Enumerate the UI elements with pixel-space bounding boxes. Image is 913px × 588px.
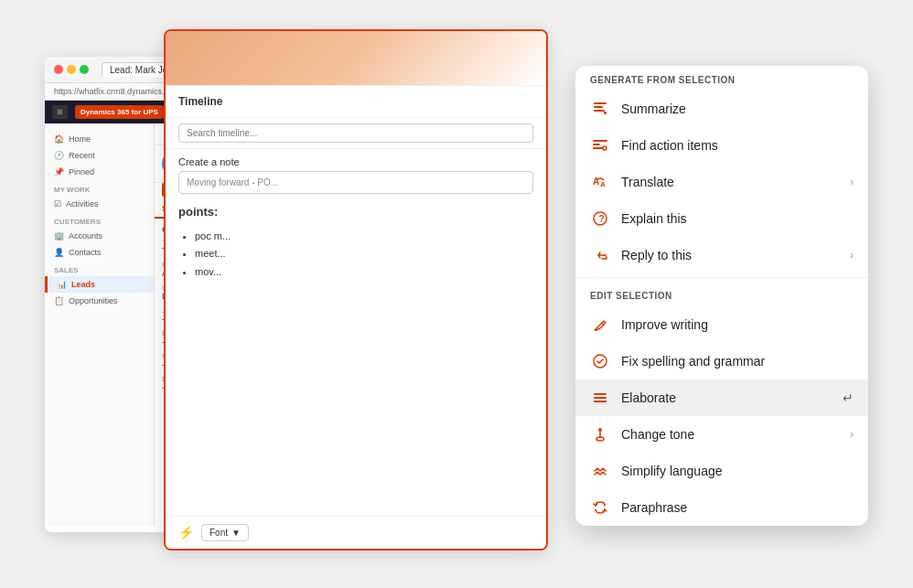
home-icon: 🏠 [54,134,64,144]
activities-icon: ☑ [54,199,61,208]
sidebar-item-accounts[interactable]: 🏢 Accounts [45,228,154,244]
copilot-item-reply-to-this[interactable]: Reply to this › [575,237,868,273]
font-dropdown-arrow: ▼ [231,528,241,538]
svg-rect-13 [594,393,607,395]
font-label: Font [209,528,228,538]
copilot-item-summarize[interactable]: Summarize [575,91,868,127]
copilot-item-fix-spelling[interactable]: Fix spelling and grammar [575,343,868,380]
copilot-item-change-tone[interactable]: Change tone › [575,416,868,453]
explain-this-label: Explain this [621,211,854,226]
svg-text:A: A [600,180,606,188]
simplify-label: Simplify language [621,464,854,478]
summarize-label: Summarize [621,102,854,116]
copilot-panel: GENERATE FROM SELECTION Summarize [575,66,868,526]
svg-rect-6 [593,147,604,149]
change-tone-arrow-icon: › [850,428,854,441]
reply-to-this-icon [590,245,610,265]
font-dropdown[interactable]: Font ▼ [201,524,249,541]
svg-rect-0 [594,102,607,104]
sidebar-item-leads[interactable]: 📊 Leads [45,276,154,293]
leads-icon: 📊 [57,280,67,289]
section-divider [575,277,868,278]
sidebar-item-pinned[interactable]: 📌 Pinned [45,164,154,180]
svg-point-7 [603,146,607,150]
doc-content: points: poc m... meet... mov... [166,194,546,293]
svg-rect-15 [594,401,607,402]
svg-text:?: ? [599,214,605,224]
opportunities-label: Opportunities [69,296,118,305]
doc-panel-top [166,31,546,86]
crm-logo: Dynamics 365 for UPS [75,105,164,119]
svg-rect-14 [594,397,607,399]
find-action-items-label: Find action items [621,138,854,153]
elaborate-label: Elaborate [621,390,832,405]
translate-arrow-icon: › [850,176,854,188]
generate-section-header: GENERATE FROM SELECTION [575,66,868,91]
fix-spelling-label: Fix spelling and grammar [621,354,854,369]
crm-sidebar: 🏠 Home 🕐 Recent 📌 Pinned My Work ☑ Activ… [45,123,155,526]
doc-header: Timeline [166,86,546,118]
pinned-icon: 📌 [54,167,64,176]
svg-rect-3 [604,112,607,114]
svg-rect-5 [593,144,600,145]
copilot-item-improve-writing[interactable]: Improve writing [575,306,868,343]
fix-spelling-icon [590,351,610,371]
timeline-search[interactable] [178,123,533,143]
sidebar-item-recent[interactable]: 🕐 Recent [45,147,154,164]
paraphrase-label: Paraphrase [621,500,854,515]
explain-this-icon: ? [590,208,610,229]
svg-rect-2 [594,110,605,112]
my-work-section: My Work [45,180,154,196]
note-input[interactable]: Moving forward - PO... [178,171,533,194]
sidebar-item-activities[interactable]: ☑ Activities [45,196,154,212]
change-tone-label: Change tone [621,427,839,442]
copilot-item-simplify[interactable]: Simplify language [575,453,868,489]
edit-section-header: EDIT SELECTION [575,282,868,306]
close-button[interactable] [54,65,63,74]
home-label: Home [69,134,91,144]
doc-title: points: [178,205,533,219]
doc-search-area [166,118,546,149]
recent-label: Recent [69,151,95,160]
minimize-button[interactable] [67,65,76,74]
improve-writing-icon [590,315,610,335]
doc-toolbar: ⚡ Font ▼ [166,516,546,549]
sidebar-item-home[interactable]: 🏠 Home [45,131,154,147]
svg-point-17 [598,428,602,432]
translate-icon: A A [590,172,610,192]
leads-label: Leads [71,280,95,289]
list-item: poc m... [195,228,533,246]
paraphrase-icon [590,497,610,518]
sales-section: Sales [45,261,154,276]
copilot-item-elaborate[interactable]: Elaborate ↵ [575,380,868,416]
copilot-item-explain-this[interactable]: ? Explain this [575,200,868,237]
create-note-label: Create a note [166,149,546,171]
activities-label: Activities [66,199,99,208]
reply-to-this-label: Reply to this [621,248,839,262]
accounts-icon: 🏢 [54,231,64,241]
simplify-icon [590,461,610,481]
elaborate-icon [590,388,610,408]
copilot-item-find-action-items[interactable]: Find action items [575,127,868,164]
return-icon: ↵ [843,390,854,405]
customers-section: Customers [45,212,154,228]
contacts-icon: 👤 [54,248,64,257]
translate-label: Translate [621,175,839,189]
accounts-label: Accounts [69,231,102,241]
opportunities-icon: 📋 [54,296,64,305]
traffic-lights [54,65,89,74]
copilot-item-translate[interactable]: A A Translate › [575,164,868,200]
improve-writing-label: Improve writing [621,317,854,332]
svg-rect-1 [594,106,603,108]
sidebar-item-opportunities[interactable]: 📋 Opportunities [45,293,154,309]
maximize-button[interactable] [80,65,89,74]
change-tone-icon [590,424,610,444]
copilot-toolbar-icon[interactable]: ⚡ [178,525,194,540]
pinned-label: Pinned [69,167,94,176]
copilot-item-paraphrase[interactable]: Paraphrase [575,489,868,526]
list-item: mov... [195,263,533,282]
contacts-label: Contacts [69,248,102,257]
recent-icon: 🕐 [54,151,64,160]
doc-list: poc m... meet... mov... [178,228,533,282]
sidebar-item-contacts[interactable]: 👤 Contacts [45,244,154,261]
